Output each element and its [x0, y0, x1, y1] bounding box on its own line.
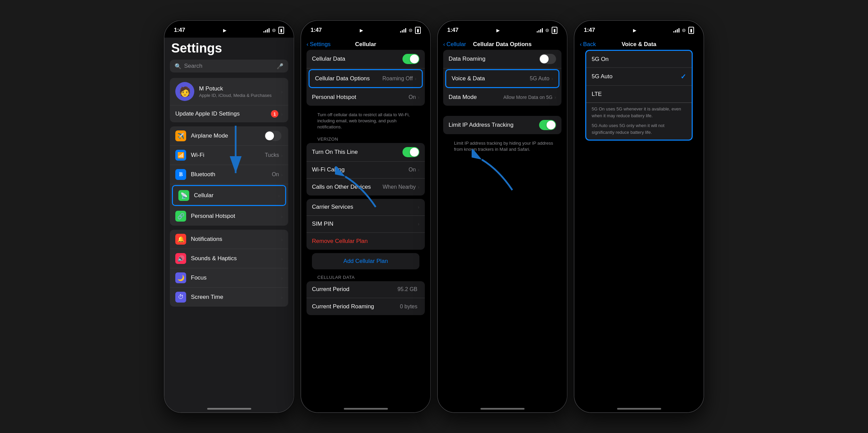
signal-bars-1: [263, 28, 270, 33]
bluetooth-chevron: ›: [281, 172, 283, 178]
status-icons-4: ⊜ ▮: [673, 27, 694, 34]
settings-title: Settings: [164, 38, 294, 60]
screen-time-label: Screen Time: [191, 294, 281, 301]
screen-time-item[interactable]: ⏱ Screen Time ›: [170, 288, 288, 307]
wifi-calling-chevron: ›: [418, 167, 419, 172]
cellular-data-section-header: CELLULAR DATA: [307, 273, 425, 281]
usage-group: Current Period 95.2 GB Current Period Ro…: [307, 281, 425, 315]
limit-ip-tracking-toggle[interactable]: [539, 120, 556, 130]
sounds-haptics-item[interactable]: 🔊 Sounds & Haptics ›: [170, 249, 288, 268]
turn-on-line-toggle[interactable]: [402, 147, 419, 157]
data-options-nav-title: Cellular Data Options: [473, 41, 532, 48]
voice-data-item[interactable]: Voice & Data 5G Auto ›: [446, 70, 558, 87]
carrier-services-item[interactable]: Carrier Services ›: [307, 199, 425, 216]
update-apple-id-item[interactable]: Update Apple ID Settings 1 ›: [170, 105, 288, 122]
add-cellular-plan-button[interactable]: Add Cellular Plan: [312, 253, 419, 269]
remove-cellular-plan-label: Remove Cellular Plan: [312, 238, 419, 245]
data-options-back-button[interactable]: ‹ Cellular: [443, 41, 466, 48]
bluetooth-icon: 𝐁: [175, 169, 186, 180]
cellular-chevron: ›: [278, 193, 280, 199]
data-roaming-toggle[interactable]: [539, 54, 556, 64]
data-roaming-item[interactable]: Data Roaming: [443, 50, 561, 68]
voice-data-back-button[interactable]: ‹ Back: [580, 41, 596, 48]
airplane-mode-icon: ✈️: [175, 130, 186, 141]
cellular-data-options-item[interactable]: Cellular Data Options Roaming Off ›: [310, 70, 422, 87]
location-icon-1: ▶: [223, 28, 226, 33]
personal-hotspot-chevron: ›: [418, 95, 419, 100]
5g-on-label: 5G On: [592, 56, 686, 63]
wifi-item[interactable]: 📶 Wi-Fi Tucks ›: [170, 146, 288, 165]
focus-chevron: ›: [281, 275, 283, 281]
airplane-mode-toggle[interactable]: [264, 131, 281, 141]
voice-data-highlight: Voice & Data 5G Auto ›: [445, 69, 559, 88]
5g-auto-info: 5G Auto uses 5G only when it will not si…: [592, 122, 686, 136]
home-indicator-1: [207, 408, 251, 410]
cellular-icon: 📡: [178, 190, 189, 201]
signal-bar-2: [265, 30, 266, 33]
sim-pin-item[interactable]: SIM PIN ›: [307, 216, 425, 233]
5g-auto-option[interactable]: 5G Auto ✓: [586, 68, 692, 86]
cellular-back-button[interactable]: ‹ Settings: [307, 41, 331, 48]
status-icons-3: ⊜ ▮: [537, 27, 557, 34]
status-bar-2: 1:47 ▶ ⊜ ▮: [301, 21, 430, 38]
status-bar-1: 1:47 ▶ ⊜ ▮: [164, 21, 294, 38]
ip-tracking-description: Limit IP address tracking by hiding your…: [443, 138, 561, 157]
focus-item[interactable]: 🌙 Focus ›: [170, 268, 288, 288]
turn-on-line-item[interactable]: Turn On This Line: [307, 143, 425, 162]
data-mode-label: Data Mode: [449, 94, 504, 101]
current-period-roaming-value: 0 bytes: [400, 304, 417, 310]
calls-other-chevron: ›: [418, 184, 419, 190]
hotspot-label: Personal Hotspot: [191, 213, 281, 220]
wifi-label: Wi-Fi: [191, 152, 265, 159]
personal-hotspot-item-2[interactable]: Personal Hotspot On ›: [307, 89, 425, 106]
cellular-data-toggle-item[interactable]: Cellular Data: [307, 50, 425, 68]
sounds-icon: 🔊: [175, 253, 186, 264]
personal-hotspot-label-2: Personal Hotspot: [312, 94, 409, 101]
cellular-description: Turn off cellular data to restrict all d…: [307, 109, 425, 135]
current-period-label: Current Period: [312, 286, 397, 293]
screen-time-icon: ⏱: [175, 292, 186, 303]
cellular-data-toggle[interactable]: [402, 54, 419, 64]
5g-on-info: 5G On uses 5G whenever it is available, …: [592, 106, 686, 119]
cellular-nav-title: Cellular: [355, 41, 376, 48]
voice-data-content: 5G On 5G Auto ✓ LTE 5G On uses 5G whenev…: [574, 50, 704, 141]
personal-hotspot-item[interactable]: 🔗 Personal Hotspot ›: [170, 207, 288, 226]
carrier-group: Carrier Services › SIM PIN › Remove Cell…: [307, 199, 425, 250]
profile-name: M Potuck: [199, 85, 281, 92]
5g-on-option[interactable]: 5G On: [586, 51, 692, 68]
cellular-data-options-label: Cellular Data Options: [315, 75, 382, 82]
wifi-icon-settings: 📶: [175, 150, 186, 161]
phone-settings: 1:47 ▶ ⊜ ▮ Settings 🔍 Search: [164, 20, 294, 413]
cellular-screen: ‹ Settings Cellular Cellular Data: [301, 38, 430, 412]
lte-option[interactable]: LTE: [586, 86, 692, 103]
calls-other-devices-label: Calls on Other Devices: [312, 184, 383, 190]
cellular-data-options-screen: ‹ Cellular Cellular Data Options Data Ro…: [438, 38, 567, 412]
data-mode-item[interactable]: Data Mode Allow More Data on 5G ›: [443, 89, 561, 106]
remove-cellular-plan-item[interactable]: Remove Cellular Plan: [307, 233, 425, 250]
calls-other-devices-item[interactable]: Calls on Other Devices When Nearby ›: [307, 179, 425, 195]
status-icons-2: ⊜ ▮: [400, 27, 421, 34]
phone-cellular: 1:47 ▶ ⊜ ▮ ‹ Settings: [300, 20, 431, 413]
notifications-icon: 🔔: [175, 234, 186, 245]
wifi-calling-item[interactable]: Wi-Fi Calling On ›: [307, 162, 425, 179]
bluetooth-item[interactable]: 𝐁 Bluetooth On ›: [170, 165, 288, 184]
search-placeholder: Search: [184, 63, 202, 69]
location-icon-4: ▶: [633, 28, 636, 33]
hotspot-chevron: ›: [281, 213, 283, 219]
notifications-item[interactable]: 🔔 Notifications ›: [170, 230, 288, 249]
5g-auto-checkmark: ✓: [680, 73, 686, 81]
wifi-icon-2: ⊜: [409, 27, 413, 33]
profile-section[interactable]: 🧑 M Potuck Apple ID, iCloud, Media & Pur…: [170, 78, 288, 105]
calls-other-devices-value: When Nearby: [383, 184, 416, 190]
notifications-chevron: ›: [281, 236, 283, 242]
search-bar[interactable]: 🔍 Search 🎤: [170, 60, 288, 73]
cellular-highlight-border: 📡 Cellular ›: [172, 185, 286, 206]
notifications-label: Notifications: [191, 236, 281, 243]
limit-ip-tracking-item[interactable]: Limit IP Address Tracking: [443, 116, 561, 134]
airplane-mode-item[interactable]: ✈️ Airplane Mode: [170, 126, 288, 146]
verizon-group: Turn On This Line Wi-Fi Calling On › Cal…: [307, 143, 425, 195]
cellular-item[interactable]: 📡 Cellular ›: [173, 186, 285, 205]
hotspot-icon: 🔗: [175, 211, 186, 222]
back-chevron-icon-3: ‹: [443, 41, 445, 48]
add-plan-group: Add Cellular Plan: [312, 253, 419, 269]
